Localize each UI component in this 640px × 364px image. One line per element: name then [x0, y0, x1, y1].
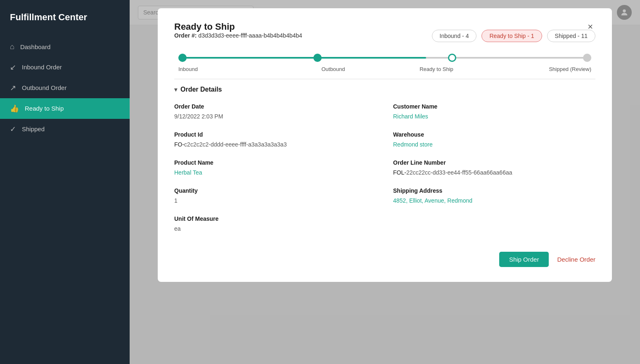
order-line-code: 22cc22cc-dd33-ee44-ff55-66aa66aa66aa: [406, 169, 512, 176]
sidebar-item-shipped[interactable]: ✓ Shipped: [0, 119, 130, 139]
unit-of-measure-label: Unit Of Measure: [174, 215, 377, 222]
badge-shipped[interactable]: Shipped - 11: [547, 30, 595, 42]
product-id-value: FO-c2c2c2c2-dddd-eeee-ffff-a3a3a3a3a3a3: [174, 141, 377, 148]
product-id-block: Product Id FO-c2c2c2c2-dddd-eeee-ffff-a3…: [174, 131, 377, 148]
sidebar-item-label: Ready to Ship: [25, 105, 64, 112]
step-dot-shipped-review: [583, 54, 591, 62]
thumbs-up-icon: 👍: [10, 104, 19, 113]
step-label-ready-to-ship: Ready to Ship: [385, 66, 488, 72]
step-dot-inbound: [178, 54, 187, 62]
order-number-label: Order #:: [174, 32, 197, 39]
order-line-number-label: Order Line Number: [393, 159, 595, 166]
modal-footer: Ship Order Decline Order: [174, 247, 595, 267]
order-line-number-value: FOL-22cc22cc-dd33-ee44-ff55-66aa66aa66aa: [393, 169, 595, 176]
details-grid: Order Date 9/12/2022 2:03 PM Product Id …: [174, 103, 595, 243]
order-date-value: 9/12/2022 2:03 PM: [174, 113, 377, 120]
product-name-block: Product Name Herbal Tea: [174, 159, 377, 176]
unit-of-measure-block: Unit Of Measure ea: [174, 215, 377, 232]
quantity-value: 1: [174, 197, 377, 204]
product-name-label: Product Name: [174, 159, 377, 166]
main-area: 🔍 Ready to Ship Order #: d3d3d3d3-eeee-f…: [130, 0, 640, 364]
order-details-label: Order Details: [180, 86, 222, 93]
unit-of-measure-value: ea: [174, 225, 377, 232]
left-column: Order Date 9/12/2022 2:03 PM Product Id …: [174, 103, 377, 243]
decline-order-button[interactable]: Decline Order: [557, 256, 595, 263]
sidebar-item-inbound-order[interactable]: ↙ Inbound Order: [0, 57, 130, 78]
sidebar-item-ready-to-ship[interactable]: 👍 Ready to Ship: [0, 98, 130, 119]
right-column: Customer Name Richard Miles Warehouse Re…: [393, 103, 595, 243]
warehouse-block: Warehouse Redmond store: [393, 131, 595, 148]
progress-track: [178, 52, 591, 64]
sidebar-item-outbound-order[interactable]: ↗ Outbound Order: [0, 78, 130, 98]
badge-ready-to-ship[interactable]: Ready to Ship - 1: [481, 30, 542, 42]
app-title: Fulfillment Center: [0, 0, 130, 33]
check-icon: ✓: [10, 125, 16, 134]
modal-title: Ready to Ship: [174, 21, 302, 32]
inbound-icon: ↙: [10, 63, 16, 72]
modal-title-block: Ready to Ship Order #: d3d3d3d3-eeee-fff…: [174, 21, 302, 46]
warehouse-value: Redmond store: [393, 141, 595, 148]
product-id-prefix: FO-: [174, 141, 184, 148]
ship-order-button[interactable]: Ship Order: [499, 252, 549, 267]
sidebar-item-label: Shipped: [22, 125, 45, 132]
customer-name-value: Richard Miles: [393, 113, 595, 120]
order-details-header[interactable]: ▾ Order Details: [174, 86, 595, 93]
shipping-address-block: Shipping Address 4852, Elliot, Avenue, R…: [393, 187, 595, 204]
customer-name-label: Customer Name: [393, 103, 595, 110]
outbound-icon: ↗: [10, 83, 16, 92]
sidebar: Fulfillment Center ⌂ Dashboard ↙ Inbound…: [0, 0, 130, 364]
progress-steps: [178, 54, 591, 62]
warehouse-label: Warehouse: [393, 131, 595, 138]
home-icon: ⌂: [10, 43, 14, 51]
modal-overlay: Ready to Ship Order #: d3d3d3d3-eeee-fff…: [130, 0, 640, 364]
product-id-code: c2c2c2c2-dddd-eeee-ffff-a3a3a3a3a3a3: [184, 141, 287, 148]
customer-name-block: Customer Name Richard Miles: [393, 103, 595, 120]
order-line-prefix: FOL-: [393, 169, 406, 176]
step-label-outbound: Outbound: [282, 66, 385, 72]
badge-inbound[interactable]: Inbound - 4: [432, 30, 477, 42]
modal: Ready to Ship Order #: d3d3d3d3-eeee-fff…: [158, 8, 612, 282]
sidebar-item-dashboard[interactable]: ⌂ Dashboard: [0, 37, 130, 57]
order-id-value: d3d3d3d3-eeee-ffff-aaaa-b4b4b4b4b4b4: [198, 32, 302, 39]
step-label-inbound: Inbound: [178, 66, 282, 72]
sidebar-nav: ⌂ Dashboard ↙ Inbound Order ↗ Outbound O…: [0, 33, 130, 143]
step-dot-ready-to-ship: [448, 54, 456, 62]
step-dot-outbound: [313, 54, 322, 62]
product-name-value: Herbal Tea: [174, 169, 377, 176]
sidebar-item-label: Inbound Order: [22, 64, 62, 71]
sidebar-item-label: Dashboard: [20, 43, 50, 50]
order-line-number-block: Order Line Number FOL-22cc22cc-dd33-ee44…: [393, 159, 595, 176]
chevron-down-icon: ▾: [174, 86, 177, 93]
quantity-block: Quantity 1: [174, 187, 377, 204]
shipping-address-label: Shipping Address: [393, 187, 595, 194]
quantity-label: Quantity: [174, 187, 377, 194]
progress-container: Inbound Outbound Ready to Ship Shipped (…: [174, 52, 595, 72]
product-id-label: Product Id: [174, 131, 377, 138]
sidebar-item-label: Outbound Order: [22, 84, 66, 91]
section-divider: [174, 79, 595, 79]
order-number: Order #: d3d3d3d3-eeee-ffff-aaaa-b4b4b4b…: [174, 32, 302, 39]
progress-labels: Inbound Outbound Ready to Ship Shipped (…: [178, 66, 591, 72]
shipping-address-value: 4852, Elliot, Avenue, Redmond: [393, 197, 595, 204]
order-date-block: Order Date 9/12/2022 2:03 PM: [174, 103, 377, 120]
order-date-label: Order Date: [174, 103, 377, 110]
step-label-shipped-review: Shipped (Review): [488, 66, 591, 72]
